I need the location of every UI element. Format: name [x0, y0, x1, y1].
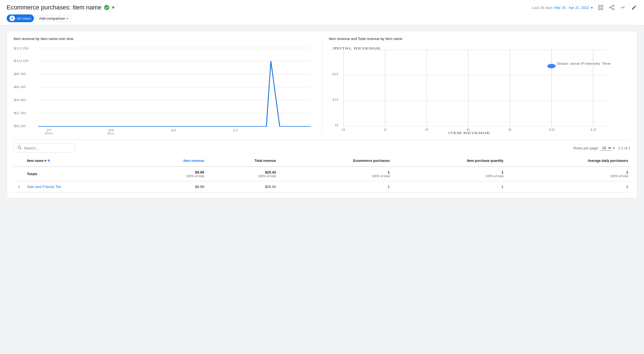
svg-text:$0.00: $0.00	[14, 124, 26, 128]
rows-per-page-dropdown-icon: ▾	[613, 146, 615, 150]
date-label: Last 28 days	[532, 6, 553, 10]
totals-item-purchase-qty: 1 100% of total	[392, 167, 506, 181]
search-icon	[17, 145, 22, 151]
svg-text:17: 17	[233, 129, 238, 132]
scatter-chart-title: Item revenue and Total revenue by Item n…	[329, 37, 631, 41]
svg-line-56	[20, 148, 21, 149]
row-item-name[interactable]: Stan and Friends Tee	[25, 181, 132, 192]
add-comparison-plus-icon: +	[66, 16, 69, 21]
segment-badge[interactable]: A All Users	[7, 14, 34, 22]
chart-view-icon[interactable]	[597, 4, 604, 11]
table-toolbar: Rows per page: 10 25 50 ▾ 1-1 of 1	[14, 140, 630, 155]
date-dropdown-arrow[interactable]: ▾	[591, 6, 593, 10]
col-header-item-name[interactable]: Item name ▾ +	[25, 155, 132, 167]
totals-ecommerce-purchases: 1 100% of total	[278, 167, 392, 181]
svg-text:6: 6	[466, 128, 470, 131]
svg-text:$8.00: $8.00	[14, 72, 26, 76]
totals-avg-daily: 1 100% of total	[506, 167, 630, 181]
date-range: Last 28 days Mar 25 - Apr 21, 2022 ▾	[532, 6, 593, 10]
svg-line-9	[611, 8, 613, 9]
edit-icon[interactable]	[631, 4, 637, 11]
svg-text:0: 0	[342, 128, 345, 131]
svg-text:Stan and Friends Tee: Stan and Friends Tee	[556, 62, 611, 65]
scatter-chart-container: TOTAL REVENUE 0 10 20 30 0 2 4 6 8 10 12	[329, 45, 631, 134]
row-item-revenue: $9.99	[132, 181, 206, 192]
data-table: Item name ▾ + ↓Item revenue Total revenu…	[14, 155, 630, 192]
chart-card: Item revenue by Item name over time $12.…	[7, 31, 637, 198]
svg-text:10: 10	[332, 98, 338, 101]
charts-row: Item revenue by Item name over time $12.…	[14, 37, 630, 134]
col-header-avg-daily[interactable]: Average daily purchasers	[506, 155, 630, 167]
svg-text:$2.00: $2.00	[14, 111, 26, 115]
pagination-info: 1-1 of 1	[618, 146, 630, 150]
svg-text:0: 0	[335, 124, 338, 127]
svg-rect-4	[601, 8, 603, 10]
svg-point-5	[613, 5, 614, 6]
rows-per-page-select[interactable]: 10 25 50	[600, 145, 612, 150]
svg-point-7	[613, 9, 614, 10]
line-chart-svg: $12.00 $10.00 $8.00 $6.00 $4.00 $2.00 $0…	[14, 45, 315, 134]
svg-text:4: 4	[425, 128, 428, 131]
svg-text:30: 30	[332, 47, 338, 50]
header-right: Last 28 days Mar 25 - Apr 21, 2022 ▾	[532, 4, 637, 11]
rows-per-page-label: Rows per page:	[573, 146, 599, 150]
totals-total-revenue: $25.42 100% of total	[206, 167, 278, 181]
svg-rect-3	[598, 8, 600, 10]
col-header-item-revenue[interactable]: ↓Item revenue	[132, 155, 206, 167]
col-header-index	[14, 155, 25, 167]
svg-line-8	[611, 6, 613, 7]
explore-icon[interactable]	[620, 4, 626, 11]
title-dropdown-arrow[interactable]: ▾	[112, 4, 114, 11]
search-box[interactable]	[14, 143, 75, 153]
share-icon[interactable]	[608, 4, 615, 11]
add-comparison-label: Add comparison	[39, 16, 65, 21]
add-comparison-button[interactable]: Add comparison +	[36, 15, 72, 22]
svg-text:Mar: Mar	[45, 132, 53, 134]
scatter-point[interactable]	[547, 64, 556, 68]
segment-label: All Users	[17, 16, 31, 21]
rows-per-page: Rows per page: 10 25 50 ▾	[573, 145, 615, 150]
svg-text:$10.00: $10.00	[14, 59, 29, 62]
add-dimension-button[interactable]: +	[47, 158, 50, 164]
col-header-item-purchase-qty[interactable]: Item purchase quantity	[392, 155, 506, 167]
svg-text:TOTAL REVENUE: TOTAL REVENUE	[334, 47, 381, 50]
svg-text:$6.00: $6.00	[14, 85, 26, 89]
segment-initial: A	[9, 16, 15, 21]
line-chart-section: Item revenue by Item name over time $12.…	[14, 37, 322, 134]
col-header-ecommerce-purchases[interactable]: Ecommerce purchases	[278, 155, 392, 167]
svg-text:ITEM REVENUE: ITEM REVENUE	[448, 132, 490, 134]
row-index: 1	[14, 181, 25, 192]
page-title: Ecommerce purchases: Item name	[7, 4, 101, 11]
svg-text:Apr: Apr	[108, 132, 115, 134]
table-row: 1 Stan and Friends Tee $9.99 $25.42 1 1 …	[14, 181, 630, 192]
row-ecommerce-purchases: 1	[278, 181, 392, 192]
svg-rect-2	[601, 5, 603, 7]
totals-item-revenue: $9.99 100% of total	[132, 167, 206, 181]
pagination-row: Rows per page: 10 25 50 ▾ 1-1 of 1	[573, 145, 630, 150]
totals-label: Totals	[25, 167, 132, 181]
svg-text:8: 8	[508, 128, 511, 131]
title-row: Ecommerce purchases: Item name ▾	[7, 4, 114, 11]
date-value[interactable]: Mar 25 - Apr 21, 2022	[554, 6, 589, 10]
totals-index	[14, 167, 25, 181]
col-header-total-revenue[interactable]: Total revenue	[206, 155, 278, 167]
table-section: Rows per page: 10 25 50 ▾ 1-1 of 1	[14, 140, 630, 192]
search-input[interactable]	[24, 146, 71, 150]
svg-text:10: 10	[171, 129, 176, 132]
totals-row: Totals $9.99 100% of total $25.42 100% o…	[14, 167, 630, 181]
row-total-revenue: $25.42	[206, 181, 278, 192]
svg-point-0	[104, 5, 109, 10]
page-header: Ecommerce purchases: Item name ▾ Last 28…	[0, 0, 644, 25]
svg-point-6	[610, 7, 611, 8]
row-avg-daily-purchasers: 1	[506, 181, 630, 192]
line-chart-title: Item revenue by Item name over time	[14, 37, 315, 41]
svg-text:$12.00: $12.00	[14, 47, 29, 50]
row-item-purchase-qty: 1	[392, 181, 506, 192]
svg-rect-1	[598, 5, 600, 7]
svg-text:2: 2	[383, 128, 386, 131]
svg-text:03: 03	[108, 129, 114, 132]
svg-text:20: 20	[332, 72, 338, 76]
main-content: Item revenue by Item name over time $12.…	[0, 25, 644, 204]
scatter-chart-section: Item revenue and Total revenue by Item n…	[322, 37, 631, 134]
col-sort-icon: ▾	[44, 159, 46, 163]
